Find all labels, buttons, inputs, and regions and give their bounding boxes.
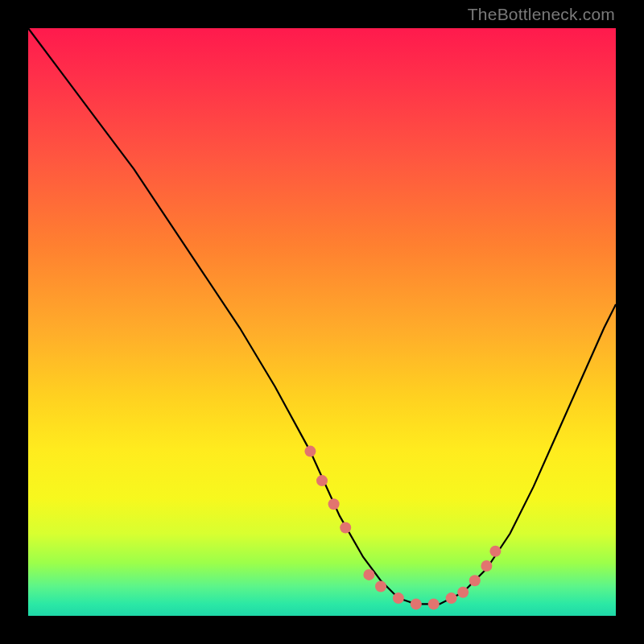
highlight-dot	[328, 498, 340, 510]
chart-overlay	[28, 28, 616, 616]
highlight-dots-group	[304, 446, 501, 610]
highlight-dot	[469, 575, 481, 586]
highlight-dot	[446, 592, 457, 604]
highlight-dot	[489, 546, 501, 557]
bottleneck-curve	[28, 28, 616, 604]
highlight-dot	[457, 587, 469, 598]
chart-frame: TheBottleneck.com	[0, 0, 644, 644]
highlight-dot	[304, 446, 316, 457]
highlight-dot	[363, 569, 374, 580]
highlight-dot	[481, 560, 492, 572]
watermark-text: TheBottleneck.com	[468, 5, 615, 24]
highlight-dot	[316, 475, 328, 486]
highlight-dot	[375, 581, 386, 592]
highlight-dot	[393, 592, 404, 604]
highlight-dot	[428, 598, 440, 609]
highlight-dot	[411, 598, 422, 609]
highlight-dot	[340, 522, 351, 534]
